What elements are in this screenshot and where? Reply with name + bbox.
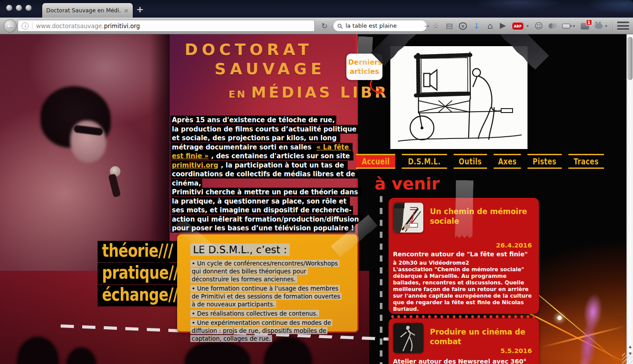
dsml-bullet: Une formation continue à l’usage des mem… (190, 284, 345, 308)
url-divider (32, 22, 33, 30)
home-icon[interactable]: ⌂ (486, 21, 494, 31)
scrollbar-track[interactable]: ▲ ▼ (626, 34, 633, 364)
page-viewport: DOCTORAT SAUVAGE ENMÉDIAS LIBRES Dernier… (0, 34, 626, 364)
paw-extension-icon[interactable] (595, 23, 603, 29)
article-body: à 20h30 au Vidéodrome2 L'association "Ch… (393, 260, 535, 313)
article-thumbnail (393, 202, 424, 233)
nav-item-accueil[interactable]: Accueil (356, 154, 395, 169)
article-thumbnail (393, 323, 424, 353)
street-light (557, 316, 562, 320)
slogan-echange: échange/// (102, 285, 183, 304)
nav-item-dsml[interactable]: D.S.M.L. (402, 154, 447, 169)
window-resize-grip[interactable] (622, 353, 633, 364)
main-navigation: Accueil D.S.M.L. Outils Axes Pistes Trac… (356, 154, 604, 169)
tab-close-icon[interactable]: × (124, 7, 129, 14)
adblock-icon[interactable]: ABP (512, 22, 524, 30)
site-info-icon[interactable]: i (22, 22, 29, 29)
window-close-button[interactable] (6, 5, 12, 11)
greyscale-extension-icon[interactable] (549, 23, 557, 29)
capture-extension-icon[interactable]: 1 (581, 23, 589, 29)
browser-window: Doctorat Sauvage en Médi... × + ← i www.… (0, 0, 633, 364)
link-primitivi-org[interactable]: primitivi.org (171, 161, 219, 170)
battery-caret-icon[interactable]: ▾ (573, 24, 575, 28)
search-go-icon[interactable]: → (424, 22, 429, 29)
window-zoom-button[interactable] (25, 5, 32, 11)
scroll-up-icon[interactable]: ▲ (627, 345, 633, 349)
dsml-bullet: Une expérimentation continue des modes d… (190, 319, 345, 342)
pocket-icon[interactable]: v (459, 22, 467, 30)
search-input[interactable] (345, 22, 421, 29)
dsml-bullet-list: Un cycle de conférences/rencontres/Works… (190, 259, 345, 342)
tape-decoration (455, 180, 473, 239)
article-title[interactable]: Un chemin de mémoire sociale (430, 207, 533, 226)
dsml-bullet: Un cycle de conférences/rencontres/Works… (190, 259, 345, 283)
window-minimize-button[interactable] (16, 5, 22, 11)
timeline-dashes (380, 196, 382, 364)
reading-list-icon[interactable]: ▤ (445, 22, 453, 30)
downloads-icon[interactable]: ↓ (473, 21, 480, 31)
article-date: 5.5.2016 (500, 347, 532, 354)
search-bar[interactable]: → (333, 20, 427, 32)
back-button[interactable]: ← (4, 19, 17, 33)
tape-decoration (356, 36, 373, 81)
new-tab-button[interactable]: + (136, 4, 144, 15)
nav-item-pistes[interactable]: Pistes (528, 154, 561, 169)
dotted-separator (389, 314, 539, 318)
nav-item-outils[interactable]: Outils (454, 154, 487, 169)
reload-button[interactable]: ↻ (318, 20, 331, 32)
site-title-line2: SAUVAGE (215, 60, 325, 78)
notification-badge: 1 (586, 19, 592, 25)
tab-bar: Doctorat Sauvage en Médi... × + (0, 0, 633, 18)
slogan-theorie: théorie/// (102, 241, 173, 260)
adblock-caret-icon[interactable]: ▾ (527, 24, 529, 28)
toolbar-separator (613, 21, 613, 31)
article-date: 26.4.2016 (496, 242, 532, 249)
red-arrow-icon (368, 80, 388, 98)
scrollbar-thumb[interactable] (628, 37, 633, 80)
slogan-pratique: pratique/// (102, 263, 183, 282)
article-title[interactable]: Produire un cinéma de combat (430, 327, 533, 346)
a-venir-heading: à venir (375, 174, 440, 193)
search-icon (338, 24, 342, 28)
article-subtitle: Atelier autour des Newsreel avec 360° et (393, 358, 535, 364)
send-icon[interactable] (500, 23, 506, 29)
battery-extension-icon[interactable] (562, 24, 570, 29)
projection-cart-sketch (390, 46, 528, 149)
site-title-line1: DOCTORAT (185, 40, 313, 58)
tab-title: Doctorat Sauvage en Médi... (46, 7, 121, 14)
smiley-extension-icon[interactable]: ☺ (534, 21, 543, 31)
dsml-bullet: Des réalisations collectives de contenus… (190, 309, 345, 317)
url-text: www.doctoratsauvage.primitivi.org (36, 22, 140, 29)
paw-caret-icon[interactable]: ▾ (605, 24, 608, 28)
browser-tab[interactable]: Doctorat Sauvage en Médi... × (42, 3, 133, 18)
nav-item-traces[interactable]: Traces (568, 154, 604, 169)
bookmark-star-icon[interactable]: ☆ (432, 22, 440, 30)
article-subtitle: Rencontre autour de "La fête est finie" (393, 251, 535, 258)
article-card[interactable]: Produire un cinéma de combat 5.5.2016 At… (389, 318, 539, 364)
menu-icon[interactable] (617, 22, 629, 30)
nav-item-axes[interactable]: Axes (494, 154, 521, 169)
intro-paragraph: Après 15 ans d'existence de téloche de r… (171, 116, 360, 233)
url-bar[interactable]: i www.doctoratsauvage.primitivi.org (18, 20, 315, 32)
toolbar-buttons: ☆ ▤ v ↓ ⌂ ABP ▾ ☺ ▾ 1 ▾ (432, 18, 613, 34)
